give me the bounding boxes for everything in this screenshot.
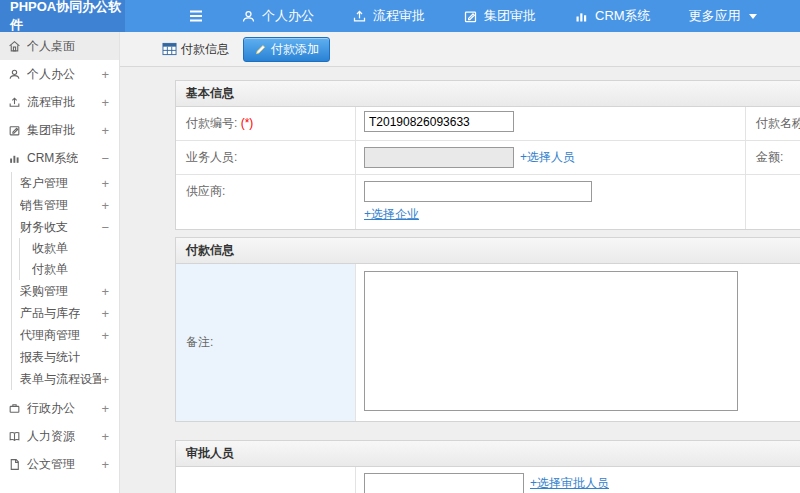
section-gap	[175, 422, 800, 440]
business-person-field-cell: +选择人员	[356, 141, 746, 174]
sidebar-item-label: 财务收支	[20, 219, 68, 236]
sidebar-item-label: 产品与库存	[20, 305, 80, 322]
sidebar-item-finance[interactable]: 财务收支 −	[12, 216, 119, 238]
nav-more-apps[interactable]: 更多应用	[673, 0, 773, 32]
supplier-input[interactable]	[364, 181, 592, 202]
expand-indicator[interactable]: +	[101, 123, 109, 138]
section-title: 付款信息	[176, 238, 800, 264]
sidebar-item-label: 集团审批	[27, 122, 75, 139]
approver-label-cell: 设置审批人员: (*)	[176, 467, 356, 493]
sidebar-item-label: 报表与统计	[20, 349, 80, 366]
expand-indicator[interactable]: +	[101, 372, 109, 387]
field-label: 金额:	[756, 150, 783, 164]
form-row-approver: 设置审批人员: (*) +选择审批人员 提醒审批人员: 短消息提示	[176, 467, 800, 493]
sidebar-item-reports-stats[interactable]: 报表与统计	[12, 346, 119, 368]
briefcase-icon	[8, 402, 21, 415]
sidebar-item-label: 流程审批	[27, 94, 75, 111]
expand-indicator[interactable]: +	[101, 306, 109, 321]
expand-indicator[interactable]: +	[101, 176, 109, 191]
expand-indicator[interactable]: −	[101, 220, 109, 235]
payment-add-form: 基本信息 付款编号: (*) 付款名称: (*)	[175, 80, 800, 493]
remark-label-cell: 备注:	[176, 264, 356, 421]
tab-payment-info[interactable]: 付款信息	[156, 37, 235, 62]
remark-textarea[interactable]	[364, 271, 738, 411]
field-label: 业务人员:	[186, 150, 237, 164]
menu-toggle-icon[interactable]	[173, 0, 219, 32]
section-basic-info: 基本信息 付款编号: (*) 付款名称: (*)	[175, 80, 800, 230]
form-row-business-person: 业务人员: +选择人员 金额:	[176, 141, 800, 175]
sidebar-item-form-process-settings[interactable]: 表单与流程设置+	[12, 368, 119, 390]
select-company-link[interactable]: +选择企业	[364, 206, 419, 223]
nav-crm[interactable]: CRM系统	[558, 0, 667, 32]
business-person-input[interactable]	[364, 147, 514, 168]
section-gap	[175, 230, 800, 237]
nav-label: 流程审批	[373, 7, 425, 25]
sidebar-item-label: 采购管理	[20, 283, 68, 300]
sidebar-item-label: 个人办公	[27, 66, 75, 83]
expand-indicator[interactable]: +	[101, 328, 109, 343]
required-mark: (*)	[241, 116, 254, 130]
nav-label: 更多应用	[689, 7, 741, 25]
select-person-link[interactable]: +选择人员	[520, 149, 575, 166]
nav-process-approval[interactable]: 流程审批	[336, 0, 441, 32]
sidebar-item-hr[interactable]: 人力资源 +	[0, 422, 119, 450]
sidebar-item-agent-mgmt[interactable]: 代理商管理 +	[12, 324, 119, 346]
person-icon	[241, 9, 256, 24]
sidebar-item-personal-desktop[interactable]: 个人桌面	[0, 32, 119, 60]
sidebar-item-admin-office[interactable]: 行政办公 +	[0, 394, 119, 422]
sidebar-item-label: 人力资源	[27, 428, 75, 445]
expand-indicator[interactable]: +	[101, 198, 109, 213]
sidebar-item-payment-order[interactable]: 付款单	[20, 259, 119, 280]
sidebar-item-group-approval[interactable]: 集团审批 +	[0, 116, 119, 144]
sidebar-item-label: 个人桌面	[27, 38, 75, 55]
nav-label: 集团审批	[484, 7, 536, 25]
caret-down-icon	[749, 14, 757, 19]
edit-square-icon	[463, 9, 478, 24]
app-logo[interactable]: PHPOA协同办公软件	[0, 0, 125, 32]
expand-indicator[interactable]: +	[101, 67, 109, 82]
sidebar-item-product-inventory[interactable]: 产品与库存 +	[12, 302, 119, 324]
sidebar-item-sales-mgmt[interactable]: 销售管理 +	[12, 194, 119, 216]
approver-field-cell: +选择审批人员 提醒审批人员: 短消息提示 注：流程第一步审批人员，这里选择你的…	[356, 467, 800, 493]
empty-label-cell	[746, 175, 800, 229]
tab-label: 付款添加	[271, 41, 319, 58]
nav-personal-office[interactable]: 个人办公	[225, 0, 330, 32]
edit-square-icon	[8, 124, 21, 137]
main-content: 付款信息 付款添加 基本信息 付款编号: (*)	[120, 32, 800, 493]
expand-indicator[interactable]: +	[101, 284, 109, 299]
expand-indicator[interactable]: +	[101, 457, 109, 472]
sidebar-item-process-approval[interactable]: 流程审批 +	[0, 88, 119, 116]
business-person-label-cell: 业务人员:	[176, 141, 356, 174]
sidebar-item-receipt-order[interactable]: 收款单	[20, 238, 119, 259]
sidebar-item-purchase-mgmt[interactable]: 采购管理 +	[12, 280, 119, 302]
field-label: 供应商:	[186, 184, 225, 198]
expand-indicator[interactable]: −	[101, 151, 109, 166]
sidebar: 个人桌面 个人办公 + 流程审批 + 集团审批 +	[0, 32, 120, 493]
form-row-remark: 备注:	[176, 264, 800, 421]
supplier-field-cell: +选择企业	[356, 175, 746, 229]
sidebar-item-customer-mgmt[interactable]: 客户管理 +	[12, 172, 119, 194]
section-approval: 审批人员 设置审批人员: (*) +选择审批人员 提醒审批人员:	[175, 440, 800, 493]
nav-label: 个人办公	[262, 7, 314, 25]
finance-submenu: 收款单 付款单	[19, 238, 119, 280]
field-label: 付款编号:	[186, 116, 237, 130]
sidebar-item-label: 表单与流程设置	[20, 371, 101, 388]
sidebar-item-crm[interactable]: CRM系统 −	[0, 144, 119, 172]
sidebar-item-personal-office[interactable]: 个人办公 +	[0, 60, 119, 88]
sidebar-item-label: 收款单	[32, 240, 68, 257]
top-nav: 个人办公 流程审批 集团审批 CRM系统 更多应用	[125, 0, 800, 32]
approver-input[interactable]	[364, 473, 524, 493]
expand-indicator[interactable]: +	[101, 95, 109, 110]
submit-icon	[352, 9, 367, 24]
select-approver-link[interactable]: +选择审批人员	[530, 475, 609, 492]
expand-indicator[interactable]: +	[101, 429, 109, 444]
payment-no-input[interactable]	[364, 111, 514, 132]
section-payment-info: 付款信息 备注:	[175, 237, 800, 422]
expand-indicator[interactable]: +	[101, 401, 109, 416]
form-row-payment-no: 付款编号: (*) 付款名称: (*)	[176, 107, 800, 141]
sidebar-item-document-mgmt[interactable]: 公文管理 +	[0, 450, 119, 478]
nav-group-approval[interactable]: 集团审批	[447, 0, 552, 32]
tab-payment-add[interactable]: 付款添加	[243, 37, 330, 62]
remark-field-cell	[356, 264, 800, 421]
top-header: PHPOA协同办公软件 个人办公 流程审批 集团审批 CR	[0, 0, 800, 32]
